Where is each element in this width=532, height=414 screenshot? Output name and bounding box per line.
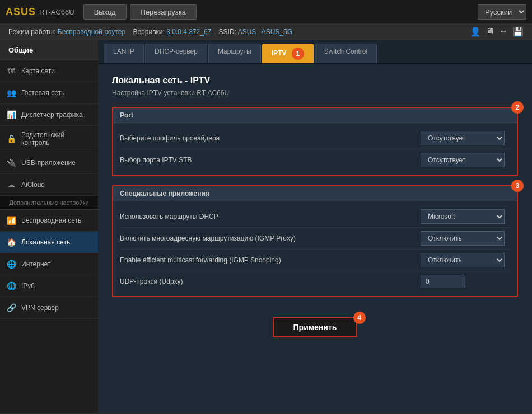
- person-icon[interactable]: 👤: [470, 26, 481, 37]
- save-icon[interactable]: 💾: [512, 26, 524, 37]
- udp-proxy-input[interactable]: [421, 275, 465, 288]
- exit-button[interactable]: Выход: [83, 4, 127, 20]
- sidebar-section-advanced: Дополнительные настройки: [0, 196, 98, 210]
- special-section-badge: 3: [511, 180, 524, 192]
- sub-header-icons: 👤 🖥 ↔ 💾: [470, 26, 524, 37]
- sub-header: Режим работы: Беспроводной роутер Веррив…: [0, 23, 532, 40]
- igmp-snooping-row: Enable efficient multicast forwarding (I…: [120, 250, 510, 271]
- igmp-snooping-select[interactable]: Отключить Включить: [421, 253, 505, 267]
- sidebar-item-vpn[interactable]: 🔗 VPN сервер: [0, 297, 98, 319]
- aicloud-icon: ☁: [6, 179, 17, 190]
- ssid-label: SSID:: [219, 28, 236, 36]
- igmp-proxy-label: Включить многоадресную маршрутизацию (IG…: [120, 234, 415, 242]
- tab-iptv[interactable]: IPTV 1: [262, 44, 314, 63]
- special-section: Специальные приложения Использовать марш…: [112, 185, 518, 297]
- reboot-button[interactable]: Перезагрузка: [130, 4, 197, 20]
- content-area: LAN IP DHCP-сервер Маршруты IPTV 1 Switc…: [98, 40, 532, 413]
- page-content: Локальная сеть - IPTV Настройка IPTV уст…: [98, 64, 532, 349]
- provider-profile-label: Выберите профиль провайдера: [120, 134, 415, 142]
- page-title: Локальная сеть - IPTV: [112, 76, 518, 86]
- mode-value-link[interactable]: Беспроводной роутер: [58, 28, 125, 36]
- sidebar-item-internet[interactable]: 🌐 Интернет: [0, 253, 98, 275]
- special-section-header: Специальные приложения: [113, 186, 517, 201]
- stb-port-select[interactable]: Отсутствует: [421, 153, 505, 167]
- igmp-proxy-row: Включить многоадресную маршрутизацию (IG…: [120, 228, 510, 250]
- provider-profile-row: Выберите профиль провайдера Отсутствует: [120, 128, 510, 149]
- udp-proxy-label: UDP-прокси (Udpxy): [120, 277, 415, 285]
- port-section: Port Выберите профиль провайдера Отсутст…: [112, 107, 518, 176]
- ssid-2g-link[interactable]: ASUS: [238, 28, 256, 36]
- special-section-wrapper: Специальные приложения Использовать марш…: [112, 185, 518, 297]
- apply-badge: 4: [353, 312, 366, 324]
- top-bar: ASUS RT-AC66U Выход Перезагрузка Русский…: [0, 0, 532, 23]
- internet-icon: 🌐: [6, 258, 17, 270]
- tab-routes[interactable]: Маршруты: [208, 44, 261, 63]
- port-section-header: Port: [113, 108, 517, 123]
- tab-lan-ip[interactable]: LAN IP: [104, 44, 144, 63]
- logo-model: RT-AC66U: [39, 8, 74, 16]
- apply-button[interactable]: Применить: [273, 317, 358, 337]
- dhcp-routes-row: Использовать маршруты DHCP Microsoft Отк…: [120, 206, 510, 228]
- language-select[interactable]: Русский English: [478, 4, 526, 20]
- tab-dhcp[interactable]: DHCP-сервер: [145, 44, 207, 63]
- dhcp-routes-select[interactable]: Microsoft Отключить: [421, 209, 505, 224]
- sidebar-label-internet: Интернет: [21, 260, 50, 268]
- provider-profile-select[interactable]: Отсутствует: [421, 131, 505, 145]
- page-subtitle: Настройка IPTV установки RT-AC66U: [112, 89, 518, 97]
- dhcp-routes-control: Microsoft Отключить: [421, 209, 510, 224]
- version-value-link[interactable]: 3.0.0.4.372_67: [166, 28, 211, 36]
- sidebar-item-traffic-manager[interactable]: 📊 Диспетчер трафика: [0, 104, 98, 126]
- sidebar-item-ipv6[interactable]: 🌐 IPv6: [0, 275, 98, 297]
- traffic-manager-icon: 📊: [6, 109, 17, 120]
- parental-icon: 🔒: [6, 133, 17, 144]
- logo-area: ASUS RT-AC66U: [6, 6, 74, 18]
- igmp-proxy-control: Отключить Включить: [421, 231, 510, 246]
- udp-proxy-control: [421, 275, 510, 288]
- sidebar-section-general: Общие: [0, 40, 98, 60]
- ipv6-icon: 🌐: [6, 280, 17, 291]
- igmp-proxy-select[interactable]: Отключить Включить: [421, 231, 505, 246]
- sidebar-item-lan[interactable]: 🏠 Локальная сеть: [0, 232, 98, 253]
- port-section-wrapper: Port Выберите профиль провайдера Отсутст…: [112, 107, 518, 176]
- guest-network-icon: 👥: [6, 87, 17, 98]
- lan-icon: 🏠: [6, 237, 17, 248]
- sidebar-label-wireless: Беспроводная сеть: [21, 217, 81, 224]
- sidebar-item-wireless[interactable]: 📶 Беспроводная сеть: [0, 210, 98, 232]
- provider-profile-control: Отсутствует: [421, 131, 510, 145]
- mode-label: Режим работы:: [8, 28, 55, 36]
- sidebar-label-traffic-manager: Диспетчер трафика: [21, 111, 83, 119]
- dhcp-routes-label: Использовать маршруты DHCP: [120, 213, 415, 220]
- sidebar-item-parental[interactable]: 🔒 Родительский контроль: [0, 126, 98, 152]
- main-layout: Общие 🗺 Карта сети 👥 Гостевая сеть 📊 Дис…: [0, 40, 532, 413]
- sidebar: Общие 🗺 Карта сети 👥 Гостевая сеть 📊 Дис…: [0, 40, 98, 413]
- udp-proxy-row: UDP-прокси (Udpxy): [120, 271, 510, 291]
- ssid-5g-link[interactable]: ASUS_5G: [262, 28, 292, 36]
- sidebar-item-network-map[interactable]: 🗺 Карта сети: [0, 60, 98, 82]
- usb-app-icon: 🔌: [6, 157, 17, 168]
- wireless-icon: 📶: [6, 215, 17, 226]
- monitor-icon[interactable]: 🖥: [486, 26, 494, 37]
- network-map-icon: 🗺: [6, 65, 17, 77]
- tab-iptv-badge: 1: [292, 48, 304, 60]
- port-section-body: Выберите профиль провайдера Отсутствует …: [113, 123, 517, 175]
- apply-area: Применить 4: [112, 317, 518, 337]
- logo-asus: ASUS: [6, 6, 36, 18]
- network-icon[interactable]: ↔: [499, 26, 508, 37]
- tab-switch-control[interactable]: Switch Control: [315, 44, 377, 63]
- vpn-icon: 🔗: [6, 302, 17, 313]
- sidebar-label-ipv6: IPv6: [21, 282, 35, 290]
- sidebar-label-vpn: VPN сервер: [21, 304, 59, 312]
- sidebar-item-aicloud[interactable]: ☁ AiCloud: [0, 174, 98, 196]
- sub-header-info: Режим работы: Беспроводной роутер Веррив…: [8, 28, 292, 36]
- sidebar-item-guest-network[interactable]: 👥 Гостевая сеть: [0, 82, 98, 104]
- sidebar-label-network-map: Карта сети: [21, 67, 55, 75]
- stb-port-row: Выбор порта IPTV STB Отсутствует: [120, 149, 510, 171]
- sidebar-label-guest-network: Гостевая сеть: [21, 89, 64, 97]
- sidebar-item-usb-app[interactable]: 🔌 USB-приложение: [0, 152, 98, 174]
- sidebar-label-parental: Родительский контроль: [21, 131, 92, 147]
- stb-port-control: Отсутствует: [421, 153, 510, 167]
- igmp-snooping-control: Отключить Включить: [421, 253, 510, 267]
- port-section-badge: 2: [511, 101, 524, 114]
- stb-port-label: Выбор порта IPTV STB: [120, 156, 415, 164]
- sidebar-label-aicloud: AiCloud: [21, 181, 45, 189]
